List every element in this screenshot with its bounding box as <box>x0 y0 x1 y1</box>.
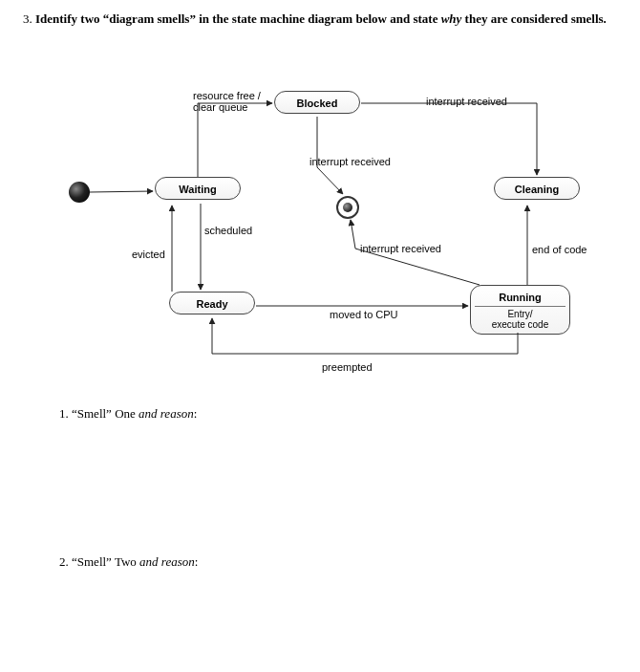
question-prompt: Identify two “diagram smells” in the sta… <box>35 11 607 26</box>
answer-two-prompt: 2. “Smell” Two and reason: <box>59 554 198 570</box>
question-text: 3. Identify two “diagram smells” in the … <box>23 11 617 27</box>
answer-one-prompt: 1. “Smell” One and reason: <box>59 406 197 422</box>
question-number: 3. <box>23 11 32 26</box>
edges-svg <box>59 76 604 382</box>
svg-line-0 <box>90 191 153 192</box>
state-machine-diagram: Waiting Blocked Cleaning Ready Running E… <box>59 76 604 382</box>
